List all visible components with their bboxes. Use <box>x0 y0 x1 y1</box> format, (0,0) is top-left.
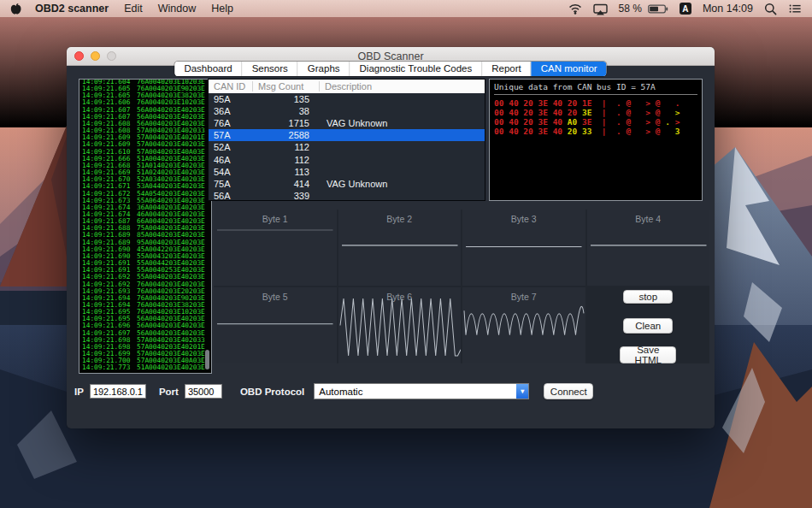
menu-clock[interactable]: Mon 14:09 <box>703 3 753 15</box>
unique-data-panel: Unique data from CAN bus ID = 57A 00 40 … <box>489 79 703 201</box>
byte-graph-panel-byte-6: Byte 6 <box>338 287 462 363</box>
cell: 54A <box>209 167 253 177</box>
cell: 38 <box>253 106 320 116</box>
obd-scanner-window: OBD Scanner DashboardSensorsGraphsDiagno… <box>67 47 715 428</box>
airplay-display-icon[interactable] <box>593 3 608 15</box>
ip-label: IP <box>74 387 84 397</box>
cell: 76A <box>209 118 253 128</box>
close-button[interactable] <box>74 51 84 61</box>
graph-buttons-cell: stopCleanSave HTML <box>587 287 710 363</box>
notification-center-icon[interactable] <box>788 3 802 15</box>
byte-graph-label: Byte 3 <box>462 210 585 224</box>
clean-button[interactable]: Clean <box>623 318 673 334</box>
byte-graph-panel-byte-7: Byte 7 <box>462 287 585 363</box>
menu-item-edit[interactable]: Edit <box>124 3 143 15</box>
cell: 36A <box>209 106 253 116</box>
unique-data-row: 00 40 20 3E 40 20 1E | . @ > @ . <box>490 98 702 108</box>
cell: 46A <box>209 155 253 165</box>
cell: 339 <box>253 191 320 201</box>
tab-bar: DashboardSensorsGraphsDiagnostic Trouble… <box>174 62 606 76</box>
battery-percentage: 58 % <box>619 3 642 15</box>
menu-item-help[interactable]: Help <box>211 3 233 15</box>
cell: 56A <box>209 191 253 201</box>
spotlight-search-icon[interactable] <box>764 3 777 15</box>
ip-input[interactable] <box>90 384 146 399</box>
byte-graph-panel-byte-1: Byte 1 <box>214 210 337 286</box>
cell: 95A <box>209 94 253 104</box>
byte-graph-label: Byte 2 <box>338 210 462 224</box>
connect-button[interactable]: Connect <box>544 383 593 399</box>
table-row-54A[interactable]: 54A113 <box>209 166 485 178</box>
table-row-75A[interactable]: 75A414VAG Unknown <box>209 178 485 190</box>
title-separator <box>494 94 697 95</box>
table-row-36A[interactable]: 36A38 <box>209 105 485 117</box>
unique-data-row: 00 40 20 3E 40 20 3E | . @ > @ > <box>490 108 702 117</box>
zoom-button[interactable] <box>107 51 116 61</box>
byte-graph-label: Byte 1 <box>214 210 337 224</box>
menu-item-obd2-scanner[interactable]: OBD2 scanner <box>35 3 109 15</box>
tab-report[interactable]: Report <box>482 62 532 76</box>
window-title: OBD Scanner <box>357 50 423 62</box>
wifi-icon[interactable] <box>568 3 582 15</box>
cell: VAG Unknown <box>320 118 485 128</box>
port-label: Port <box>159 387 179 397</box>
table-row-46A[interactable]: 46A112 <box>209 153 485 165</box>
table-header: CAN ID Msg Count Description <box>209 80 485 93</box>
terminal-scrollbar-thumb[interactable] <box>205 350 209 369</box>
cell: VAG Unknown <box>320 179 485 189</box>
battery-icon[interactable] <box>648 3 668 15</box>
byte-graphs-grid: Byte 1Byte 2Byte 3Byte 4Byte 5Byte 6Byte… <box>214 210 709 363</box>
minimize-button[interactable] <box>91 51 100 61</box>
can-id-table: CAN ID Msg Count Description 95A13536A38… <box>208 79 485 201</box>
connection-bar: IP Port OBD Protocol Automatic ▾ Connect <box>74 383 593 399</box>
byte-graph-panel-byte-2: Byte 2 <box>338 210 462 286</box>
log-line: 14:09:21.77351A0040203E40203E <box>82 364 211 371</box>
cell: 112 <box>253 142 320 152</box>
byte-graph-panel-byte-5: Byte 5 <box>214 287 337 363</box>
byte-graph-label: Byte 6 <box>338 287 462 302</box>
byte-graph-panel-byte-4: Byte 4 <box>587 210 710 286</box>
byte-graph-panel-byte-3: Byte 3 <box>462 210 585 286</box>
cell: 113 <box>253 167 320 177</box>
obd-protocol-label: OBD Protocol <box>240 387 304 397</box>
unique-data-row: 00 40 20 3E 40 20 33 | . @ > @ 3 <box>490 127 702 136</box>
cell: 135 <box>253 94 320 104</box>
input-source-icon[interactable]: A <box>680 3 691 15</box>
can-log-terminal[interactable]: 14:09:21.60476A0040203E10203E14:09:21.60… <box>79 79 212 374</box>
cell: 75A <box>209 179 253 189</box>
byte-graph-label: Byte 5 <box>214 287 337 302</box>
stop-button[interactable]: stop <box>623 290 673 304</box>
cell: 112 <box>253 155 320 165</box>
tab-graphs[interactable]: Graphs <box>298 62 350 76</box>
cell: 414 <box>253 179 320 189</box>
byte-graph-label: Byte 7 <box>462 287 585 302</box>
tab-diagnostic-trouble-codes[interactable]: Diagnostic Trouble Codes <box>350 62 483 76</box>
obd-protocol-dropdown[interactable]: Automatic ▾ <box>314 383 529 399</box>
table-row-57A[interactable]: 57A2588 <box>209 129 485 141</box>
table-row-95A[interactable]: 95A135 <box>209 93 485 105</box>
byte-graph-label: Byte 4 <box>587 210 710 224</box>
dropdown-selected-value: Automatic <box>315 387 516 397</box>
cell: 1715 <box>253 118 320 128</box>
port-input[interactable] <box>185 384 222 399</box>
chevron-down-icon: ▾ <box>516 384 528 399</box>
table-row-76A[interactable]: 76A1715VAG Unknown <box>209 117 485 129</box>
tab-sensors[interactable]: Sensors <box>243 62 298 76</box>
unique-data-row: 00 40 20 3E 40 A0 3E | . @ > @ . > <box>490 117 702 127</box>
cell: 52A <box>209 142 253 152</box>
save-html-button[interactable]: Save HTML <box>620 346 676 363</box>
menu-item-window[interactable]: Window <box>158 3 196 15</box>
apple-menu-icon[interactable] <box>10 3 21 15</box>
menu-bar: OBD2 scannerEditWindowHelp 58 % A <box>0 0 812 17</box>
header-msg-count[interactable]: Msg Count <box>253 81 320 92</box>
cell: 57A <box>209 130 253 140</box>
tab-can-monitor[interactable]: CAN monitor <box>532 62 607 76</box>
table-row-56A[interactable]: 56A339 <box>209 190 485 201</box>
header-can-id[interactable]: CAN ID <box>209 81 253 92</box>
header-description[interactable]: Description <box>320 81 485 92</box>
unique-data-title: Unique data from CAN bus ID = 57A <box>490 80 702 92</box>
cell: 2588 <box>253 130 320 140</box>
table-row-52A[interactable]: 52A112 <box>209 141 485 153</box>
tab-dashboard[interactable]: Dashboard <box>174 62 242 76</box>
